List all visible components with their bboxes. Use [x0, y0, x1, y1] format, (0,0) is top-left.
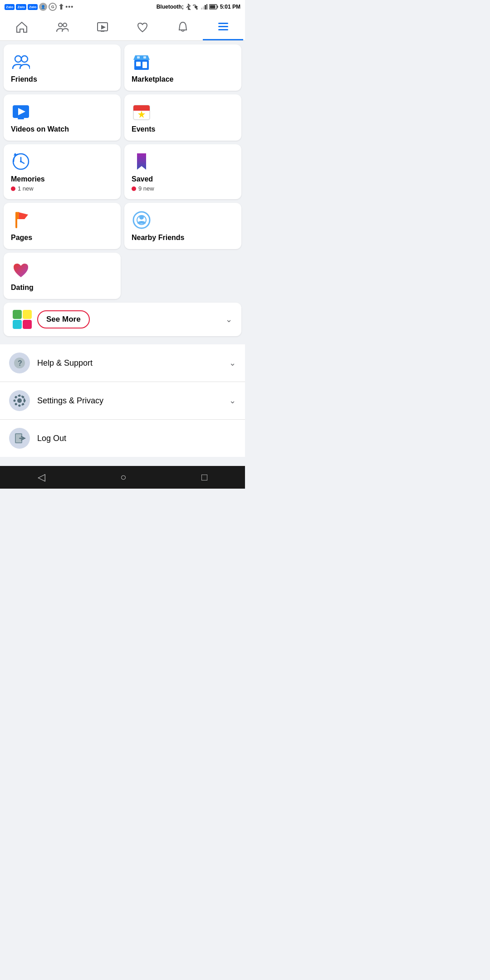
svg-rect-1: [201, 8, 202, 10]
zalo-app-icon-1: Zalo: [5, 4, 15, 10]
dating-card[interactable]: Dating: [4, 253, 121, 299]
status-right: Bluetooth; ▼ 5:01 PM: [157, 4, 240, 10]
bottom-nav: ◁ ○ □: [0, 466, 245, 489]
nav-friends[interactable]: [42, 14, 83, 40]
logout-item[interactable]: Log Out ⌄: [0, 420, 245, 457]
memories-title: Memories: [11, 175, 113, 183]
saved-title: Saved: [132, 175, 234, 183]
events-card-icon: [132, 102, 152, 122]
mini-icon-green: [13, 310, 22, 319]
empty-slot: [124, 253, 241, 299]
saved-subtitle: 9 new: [132, 185, 234, 192]
svg-rect-13: [218, 23, 228, 24]
marketplace-icon: [132, 52, 152, 72]
friends-card-icon: [11, 52, 31, 72]
help-left: ? Help & Support: [9, 353, 93, 373]
nearby-friends-icon: [132, 210, 152, 230]
svg-marker-11: [101, 25, 106, 29]
hamburger-icon: [217, 20, 230, 33]
mini-icon-teal: [13, 320, 22, 329]
nav-home[interactable]: [2, 14, 42, 40]
memories-badge: 1 new: [18, 185, 34, 192]
friends-card[interactable]: Friends: [4, 44, 121, 91]
friends-title: Friends: [11, 75, 113, 83]
svg-rect-3: [205, 5, 206, 10]
dating-card-icon: [11, 260, 31, 280]
videos-card[interactable]: Videos on Watch: [4, 94, 121, 141]
svg-point-38: [133, 212, 150, 228]
bell-icon: [176, 21, 189, 34]
back-button[interactable]: ◁: [29, 468, 54, 487]
svg-text:?: ?: [18, 359, 22, 367]
help-support-item[interactable]: ? Help & Support ⌄: [0, 344, 245, 382]
time-display: 5:01 PM: [220, 4, 240, 10]
fourth-grid: Pages Nearby Friends: [4, 203, 241, 249]
svg-point-52: [15, 403, 17, 405]
svg-point-43: [17, 398, 22, 403]
help-chevron-icon: ⌄: [229, 358, 236, 368]
top-grid: Friends Marketplace: [4, 44, 241, 91]
svg-point-50: [22, 403, 24, 405]
zalo-app-icon-3: Zalo: [28, 4, 38, 10]
watch-videos-icon: [11, 102, 31, 122]
second-grid: Videos on Watch Events: [4, 94, 241, 141]
pages-title: Pages: [11, 234, 113, 242]
help-label: Help & Support: [37, 358, 93, 368]
marketplace-title: Marketplace: [132, 75, 234, 83]
svg-rect-14: [218, 26, 228, 27]
settings-privacy-item[interactable]: Settings & Privacy ⌄: [0, 382, 245, 420]
memories-notification-dot: [11, 186, 15, 191]
help-icon: ?: [13, 357, 26, 369]
dating-title: Dating: [11, 284, 113, 292]
saved-card[interactable]: Saved 9 new: [124, 144, 241, 199]
nav-notifications[interactable]: [163, 14, 203, 40]
bluetooth-icon: [186, 4, 191, 10]
upload-icon: ⬆: [58, 3, 64, 11]
friends-nav-icon: [56, 21, 69, 34]
pages-card[interactable]: Pages: [4, 203, 121, 249]
status-bar: Zalo Zalo Zalo 👤 G ⬆ ••• Bluetooth; ▼: [0, 0, 245, 14]
videos-card-icon: [11, 102, 31, 122]
recent-apps-button[interactable]: □: [192, 468, 216, 487]
svg-rect-37: [17, 212, 19, 219]
svg-point-8: [59, 23, 62, 27]
memories-icon: [11, 152, 31, 172]
events-card[interactable]: Events: [124, 94, 241, 141]
mini-icon-yellow: [23, 310, 32, 319]
svg-point-51: [22, 396, 24, 398]
see-more-section[interactable]: See More ⌄: [4, 303, 241, 336]
help-icon-circle: ?: [9, 353, 30, 373]
svg-rect-22: [143, 56, 146, 59]
settings-icon-circle: [9, 390, 30, 411]
events-title: Events: [132, 125, 234, 133]
marketplace-card[interactable]: Marketplace: [124, 44, 241, 91]
signal-icon: [201, 4, 207, 10]
home-icon: [15, 21, 28, 34]
svg-rect-20: [142, 62, 147, 68]
nav-dating[interactable]: [122, 14, 163, 40]
svg-point-47: [14, 400, 16, 402]
see-more-button[interactable]: See More: [37, 310, 90, 328]
home-button[interactable]: ○: [111, 468, 135, 487]
svg-point-46: [19, 405, 21, 407]
nav-menu[interactable]: [203, 14, 243, 40]
bluetooth-icon: Bluetooth;: [157, 4, 184, 10]
gear-icon: [13, 394, 26, 407]
nearby-friends-card[interactable]: Nearby Friends: [124, 203, 241, 249]
third-grid: Memories 1 new: [4, 144, 241, 199]
more-dots-icon: •••: [65, 3, 74, 10]
settings-label: Settings & Privacy: [37, 396, 103, 406]
memories-card[interactable]: Memories 1 new: [4, 144, 121, 199]
svg-point-45: [19, 395, 21, 397]
svg-rect-25: [18, 118, 24, 119]
svg-rect-19: [136, 62, 141, 66]
settings-chevron-icon: ⌄: [229, 396, 236, 406]
logout-chevron-spacer: ⌄: [230, 434, 236, 443]
friends-icon: [12, 53, 30, 71]
watch-icon: [96, 21, 109, 34]
g-app-icon: G: [49, 3, 57, 11]
nearby-friends-card-icon: [132, 210, 152, 230]
mini-icon-pink: [23, 320, 32, 329]
svg-rect-29: [133, 109, 150, 111]
nav-watch[interactable]: [82, 14, 122, 40]
